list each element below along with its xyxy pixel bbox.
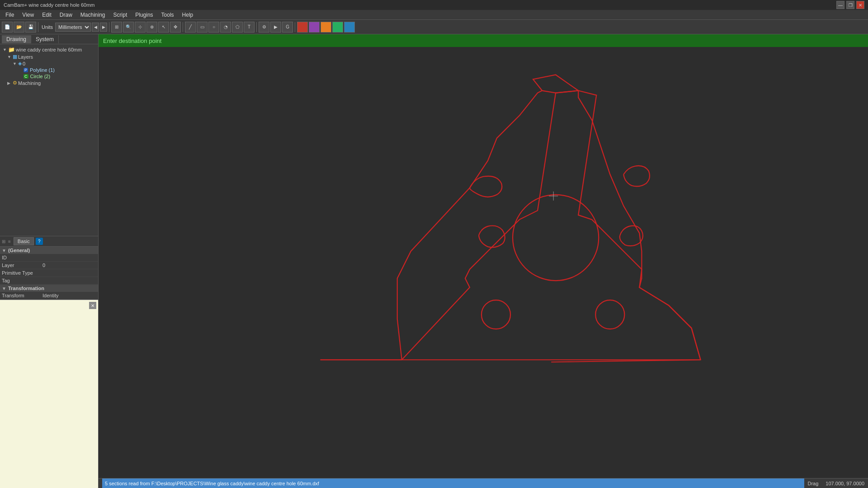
machining-button[interactable]: ⚙ bbox=[259, 22, 269, 33]
status-mode: Drag bbox=[808, 481, 819, 486]
snap-button[interactable]: ⊕ bbox=[146, 22, 157, 33]
tree-layers[interactable]: ▼ ▦ Layers bbox=[2, 53, 96, 60]
tree-view: ▼ 📁 wine caddy centre hole 60mm ▼ ▦ Laye… bbox=[0, 44, 98, 236]
draw-line-button[interactable]: ╱ bbox=[185, 22, 196, 33]
general-expand-icon: ▼ bbox=[2, 248, 6, 253]
status-message: 5 sections read from F:\Desktop\PROJECTS… bbox=[102, 479, 804, 488]
props-tabs: ⊞ ≡ Basic ? bbox=[0, 236, 98, 247]
props-transform-row: Transform Identity bbox=[0, 292, 98, 300]
props-id-value bbox=[41, 254, 98, 262]
layers-expand-icon: ▼ bbox=[7, 55, 12, 59]
root-folder-icon: 📁 bbox=[8, 47, 15, 53]
props-id-row: ID bbox=[0, 254, 98, 262]
tab-system[interactable]: System bbox=[31, 35, 59, 43]
draw-arc-button[interactable]: ◔ bbox=[220, 22, 231, 33]
menu-machining[interactable]: Machining bbox=[77, 11, 109, 19]
tree-layer0[interactable]: ▼ ◈ 0 bbox=[2, 60, 96, 67]
status-right: Drag 107.000, 97.0000 bbox=[804, 481, 864, 486]
tree-root-label: wine caddy centre hole 60mm bbox=[16, 47, 82, 52]
tree-circle[interactable]: C Circle (2) bbox=[2, 73, 96, 80]
props-tag-value bbox=[41, 277, 98, 285]
units-select[interactable]: Millimeters Inches bbox=[55, 23, 91, 32]
tree-root[interactable]: ▼ 📁 wine caddy centre hole 60mm bbox=[2, 46, 96, 53]
units-label: Units bbox=[42, 24, 53, 30]
circle-expand-icon bbox=[18, 74, 23, 79]
left-panel: Drawing System ▼ 📁 wine caddy centre hol… bbox=[0, 34, 99, 488]
menu-draw[interactable]: Draw bbox=[56, 11, 76, 19]
props-help-button[interactable]: ? bbox=[36, 238, 43, 245]
menu-file[interactable]: File bbox=[2, 11, 18, 19]
status-coords: 107.000, 97.0000 bbox=[826, 481, 864, 486]
draw-rect-button[interactable]: ▭ bbox=[197, 22, 208, 33]
save-button[interactable]: 💾 bbox=[25, 22, 36, 33]
toolbar: 📄 📂 💾 Units Millimeters Inches ◀ ▶ ⊞ 🔍 ⊹… bbox=[0, 20, 868, 34]
props-transform-label: Transform bbox=[0, 292, 41, 300]
props-section-general: ▼(General) bbox=[0, 247, 98, 254]
canvas-svg bbox=[99, 47, 868, 478]
color2-button[interactable] bbox=[309, 22, 320, 33]
props-layer-row: Layer 0 bbox=[0, 262, 98, 269]
restore-button[interactable]: ❐ bbox=[846, 1, 854, 9]
right-panel: Enter destination point bbox=[99, 34, 868, 488]
close-button[interactable]: ✕ bbox=[856, 1, 864, 9]
props-icon: ⊞ bbox=[2, 239, 5, 244]
color5-button[interactable] bbox=[344, 22, 355, 33]
menu-edit[interactable]: Edit bbox=[38, 11, 55, 19]
gcode-button[interactable]: G bbox=[282, 22, 293, 33]
menu-bar: File View Edit Draw Machining Script Plu… bbox=[0, 10, 868, 20]
menu-help[interactable]: Help bbox=[179, 11, 197, 19]
menu-tools[interactable]: Tools bbox=[158, 11, 178, 19]
redo-button[interactable]: ▶ bbox=[100, 23, 107, 32]
machining-expand-icon: ▶ bbox=[7, 81, 12, 85]
circle-chip: C bbox=[24, 74, 28, 79]
props-tag-label: Tag bbox=[0, 277, 41, 285]
minimize-button[interactable]: — bbox=[836, 1, 844, 9]
tree-polyline[interactable]: P Polyline (1) bbox=[2, 67, 96, 73]
props-layer-label: Layer bbox=[0, 262, 41, 269]
props-layer-value: 0 bbox=[41, 262, 98, 269]
menu-plugins[interactable]: Plugins bbox=[132, 11, 156, 19]
props-general-label: ▼(General) bbox=[0, 247, 98, 254]
sep4 bbox=[256, 22, 257, 32]
draw-circle-button[interactable]: ○ bbox=[208, 22, 219, 33]
tree-machining[interactable]: ▶ ⚙ Machining bbox=[2, 80, 96, 86]
draw-text-button[interactable]: T bbox=[244, 22, 255, 33]
tree-layer0-label: 0 bbox=[23, 61, 25, 66]
new-button[interactable]: 📄 bbox=[2, 22, 13, 33]
tree-polyline-label: Polyline (1) bbox=[30, 67, 55, 73]
color1-button[interactable] bbox=[297, 22, 308, 33]
color3-button[interactable] bbox=[321, 22, 331, 33]
simulate-button[interactable]: ▶ bbox=[270, 22, 281, 33]
menu-view[interactable]: View bbox=[19, 11, 38, 19]
machining-icon: ⚙ bbox=[13, 80, 17, 86]
app-title: CamBam+ wine caddy centre hole 60mm bbox=[4, 2, 836, 8]
zoom-in-button[interactable]: 🔍 bbox=[123, 22, 134, 33]
polyline-chip: P bbox=[24, 68, 28, 72]
undo-button[interactable]: ◀ bbox=[92, 23, 99, 32]
draw-poly-button[interactable]: ⬠ bbox=[232, 22, 243, 33]
status-bar: 5 sections read from F:\Desktop\PROJECTS… bbox=[99, 478, 868, 488]
props-tag-row: Tag bbox=[0, 277, 98, 285]
bottom-note-close-button[interactable]: ✕ bbox=[89, 302, 96, 309]
canvas-area[interactable] bbox=[99, 47, 868, 478]
props-primtype-value bbox=[41, 269, 98, 277]
canvas-prompt-text: Enter destination point bbox=[103, 38, 161, 44]
props-section-transform: ▼Transformation bbox=[0, 285, 98, 292]
props-primtype-row: Primitive Type bbox=[0, 269, 98, 277]
select-button[interactable]: ↖ bbox=[158, 22, 169, 33]
move-button[interactable]: ✥ bbox=[170, 22, 181, 33]
open-button[interactable]: 📂 bbox=[14, 22, 24, 33]
sep2 bbox=[109, 22, 109, 32]
color4-button[interactable] bbox=[332, 22, 343, 33]
grid-button[interactable]: ⊹ bbox=[135, 22, 146, 33]
menu-script[interactable]: Script bbox=[110, 11, 131, 19]
props-tab-basic[interactable]: Basic bbox=[14, 237, 34, 245]
zoom-fit-button[interactable]: ⊞ bbox=[111, 22, 122, 33]
props-id-label: ID bbox=[0, 254, 41, 262]
sep1 bbox=[38, 22, 38, 32]
props-transform-value: Identity bbox=[41, 292, 98, 300]
props-table: ▼(General) ID Layer 0 Primitive Type bbox=[0, 247, 98, 300]
tab-drawing[interactable]: Drawing bbox=[2, 35, 31, 43]
svg-point-3 bbox=[595, 300, 624, 329]
props-primtype-label: Primitive Type bbox=[0, 269, 41, 277]
